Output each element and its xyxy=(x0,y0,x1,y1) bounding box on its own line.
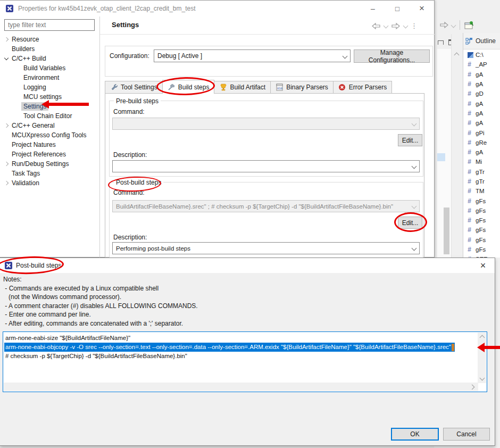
manage-configurations-button[interactable]: Manage Configurations... xyxy=(354,49,430,63)
define-icon: # xyxy=(468,129,473,137)
outline-item[interactable]: #gA xyxy=(463,79,500,89)
close-button[interactable] xyxy=(410,1,434,16)
forward-icon[interactable] xyxy=(439,21,449,29)
tree-collapsed-icon[interactable] xyxy=(4,37,9,42)
outline-item[interactable]: #gA xyxy=(463,70,500,79)
post-build-command-combo[interactable]: BuildArtifactFileBaseName}.srec" ; # che… xyxy=(112,200,420,212)
outline-item[interactable]: #gFs xyxy=(463,215,500,225)
sidebar-item-environment[interactable]: Environment xyxy=(0,73,99,82)
outline-item[interactable]: #gFs xyxy=(463,235,500,245)
sidebar-item-settings[interactable]: Settings xyxy=(0,102,99,111)
pre-build-description-combo[interactable] xyxy=(112,160,420,172)
page-title: Settings xyxy=(112,21,139,29)
outline-item[interactable]: C:\ xyxy=(463,50,500,60)
outline-item[interactable]: #gTr xyxy=(463,177,500,186)
sidebar-item-project-references[interactable]: Project References xyxy=(0,150,99,159)
sidebar-divider[interactable] xyxy=(99,16,100,258)
outline-item[interactable]: #Mi xyxy=(463,157,500,167)
tab-label: Binary Parsers xyxy=(286,84,328,91)
hammer-icon xyxy=(168,84,176,91)
ide-toolbar xyxy=(439,20,474,30)
post-build-edit-button[interactable]: Edit... xyxy=(398,217,422,229)
outline-item[interactable]: #gTr xyxy=(463,167,500,177)
commands-textarea[interactable]: arm-none-eabi-size "${BuildArtifactFileN… xyxy=(3,331,487,392)
tab-build-steps[interactable]: Build steps xyxy=(162,80,215,94)
forward-menu-caret-icon[interactable] xyxy=(451,22,456,28)
editor-scrollbar[interactable] xyxy=(451,34,462,258)
back-icon[interactable] xyxy=(371,22,381,30)
sidebar-item-builders[interactable]: Builders xyxy=(0,44,99,54)
pin-editor-icon[interactable] xyxy=(464,21,474,30)
minimize-button[interactable] xyxy=(361,1,385,16)
sidebar-item-validation[interactable]: Validation xyxy=(0,178,99,188)
sidebar-item-run-debug-settings[interactable]: Run/Debug Settings xyxy=(0,159,99,169)
outline-item[interactable]: #gA xyxy=(463,98,500,108)
command-line[interactable]: arm-none-eabi-size "${BuildArtifactFileN… xyxy=(4,334,469,343)
outline-item[interactable]: #gRe xyxy=(463,138,500,147)
forward-icon[interactable] xyxy=(391,22,401,30)
outline-item[interactable]: #gFs xyxy=(463,206,500,215)
tab-build-artifact[interactable]: Build Artifact xyxy=(214,81,270,94)
chevron-down-icon xyxy=(412,121,417,127)
screenshot-root: Outline C:\#_AP#gA#gA#gD#gA#gA#gA#gPi#gR… xyxy=(0,0,500,448)
sidebar-tree: ResourceBuildersC/C++ BuildBuild Variabl… xyxy=(0,35,99,188)
configuration-select[interactable]: Debug [ Active ] xyxy=(154,49,351,62)
sidebar-item-task-tags[interactable]: Task Tags xyxy=(0,169,99,178)
scroll-down-icon[interactable] xyxy=(480,376,485,381)
sidebar-item-build-variables[interactable]: Build Variables xyxy=(0,63,99,73)
tree-expanded-icon[interactable] xyxy=(4,56,9,60)
tab-tool-settings[interactable]: Tool Settings xyxy=(105,81,162,94)
sidebar-item-label: Project Natures xyxy=(12,141,56,148)
outline-item[interactable]: #gFs xyxy=(463,225,500,235)
command-line[interactable]: arm-none-eabi-objcopy -v -O srec --only-… xyxy=(4,343,455,352)
back-menu-caret-icon[interactable] xyxy=(384,23,389,29)
outline-item[interactable]: #gFs xyxy=(463,196,500,205)
define-icon: # xyxy=(468,187,473,195)
cancel-button[interactable]: Cancel xyxy=(443,428,490,441)
tab-label: Build Artifact xyxy=(230,84,265,91)
svg-text:010: 010 xyxy=(277,87,282,90)
outline-item[interactable]: #TM xyxy=(463,186,500,196)
pre-build-command-combo[interactable] xyxy=(112,118,420,130)
tree-collapsed-icon[interactable] xyxy=(4,123,9,128)
outline-item[interactable]: #gA xyxy=(463,147,500,157)
view-menu-icon[interactable]: ⋮ xyxy=(411,22,418,30)
scroll-right-icon[interactable] xyxy=(470,385,475,390)
command-lines: arm-none-eabi-size "${BuildArtifactFileN… xyxy=(4,334,469,361)
sidebar-item-project-natures[interactable]: Project Natures xyxy=(0,140,99,150)
editor-scrollbar-thumb[interactable] xyxy=(444,208,449,254)
outline-item[interactable]: #gFs xyxy=(463,245,500,254)
sidebar-item-c-c-general[interactable]: C/C++ General xyxy=(0,121,99,130)
ok-button[interactable]: OK xyxy=(391,428,439,441)
sidebar-item-logging[interactable]: Logging xyxy=(0,82,99,92)
scroll-up-icon[interactable] xyxy=(480,335,485,341)
outline-item[interactable]: #gA xyxy=(463,118,500,128)
error-icon xyxy=(338,84,346,91)
forward-menu-caret-icon[interactable] xyxy=(403,23,409,29)
minimize-view-icon[interactable] xyxy=(438,40,444,45)
sidebar-item-resource[interactable]: Resource xyxy=(0,35,99,44)
outline-item[interactable]: #gA xyxy=(463,109,500,118)
textarea-vertical-scrollbar[interactable] xyxy=(478,333,486,383)
outline-item[interactable]: #gPi xyxy=(463,128,500,137)
outline-item[interactable]: #gD xyxy=(463,89,500,98)
tree-collapsed-icon[interactable] xyxy=(4,181,9,185)
tree-collapsed-icon[interactable] xyxy=(4,162,9,166)
pre-build-edit-button[interactable]: Edit... xyxy=(398,134,422,146)
maximize-button[interactable] xyxy=(385,1,410,16)
outline-list: C:\#_AP#gA#gA#gD#gA#gA#gA#gPi#gRe#gA#Mi#… xyxy=(463,50,500,264)
sidebar-item-mcu-settings[interactable]: MCU settings xyxy=(0,92,99,102)
textarea-horizontal-scrollbar[interactable] xyxy=(4,383,478,391)
post-build-description-combo[interactable]: Performing post-build steps xyxy=(112,242,420,254)
sidebar-item-c-c-build[interactable]: C/C++ Build xyxy=(0,54,99,63)
tab-error-parsers[interactable]: Error Parsers xyxy=(333,81,392,94)
sidebar-item-tool-chain-editor[interactable]: Tool Chain Editor xyxy=(0,111,99,121)
command-line[interactable]: # checksum -p ${TargetChip} -d "${BuildA… xyxy=(4,352,469,361)
outline-header[interactable]: Outline xyxy=(463,33,500,49)
dialog-close-button[interactable] xyxy=(477,259,489,272)
sidebar-item-mcuxpresso-config-tools[interactable]: MCUXpresso Config Tools xyxy=(0,130,99,140)
filter-input[interactable] xyxy=(4,19,95,31)
outline-item[interactable]: #_AP xyxy=(463,60,500,69)
scroll-up-icon[interactable] xyxy=(454,53,460,58)
tab-binary-parsers[interactable]: 010Binary Parsers xyxy=(270,81,333,94)
